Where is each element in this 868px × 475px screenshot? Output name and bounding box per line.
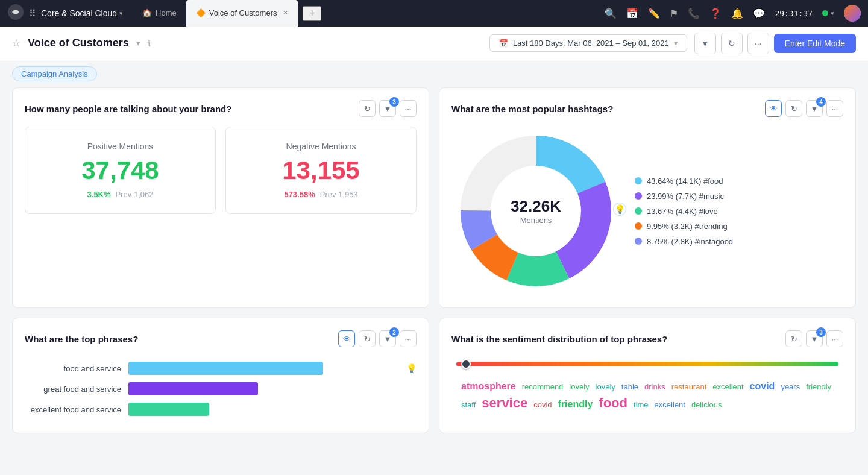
headerbar: ☆ Voice of Customers ▾ ℹ 📅 Last 180 Days… [0, 27, 868, 60]
home-tab-icon: 🏠 [142, 8, 152, 17]
legend-item: 13.67% (4.4K) #love [635, 207, 733, 216]
negative-pct: 573.58% [284, 190, 315, 199]
user-avatar[interactable] [844, 5, 861, 22]
hashtags-card-header: What are the most popular hashtags? 👁 ↻ … [451, 100, 843, 117]
edit-mode-button[interactable]: Enter Edit Mode [774, 34, 856, 53]
word-cloud-item[interactable]: friendly [558, 399, 593, 410]
hashtags-refresh-btn[interactable]: ↻ [785, 100, 802, 117]
topnav-clock: 29:31:37 [775, 9, 813, 18]
add-tab-button[interactable]: + [303, 6, 321, 21]
hashtags-widget: What are the most popular hashtags? 👁 ↻ … [439, 87, 856, 308]
topnav-grid-icon: ⠿ [29, 8, 36, 19]
mentions-filter-btn[interactable]: ▼ 3 [379, 100, 396, 117]
word-cloud-item[interactable]: food [599, 395, 627, 411]
word-cloud-item[interactable]: time [634, 400, 649, 409]
phrases-filter-badge: 2 [389, 327, 399, 337]
search-icon[interactable]: 🔍 [605, 8, 617, 19]
sentiment-filter-badge: 3 [816, 327, 826, 337]
word-cloud-item[interactable]: delicious [691, 400, 722, 409]
daterange-chevron-icon: ▾ [674, 39, 678, 48]
hashtags-eye-btn[interactable]: 👁 [765, 100, 782, 117]
phrase-label: food and service [25, 364, 121, 373]
refresh-button[interactable]: ↻ [721, 33, 743, 54]
legend-item: 23.99% (7.7K) #music [635, 192, 733, 201]
word-cloud-item[interactable]: drinks [644, 382, 665, 391]
info-icon[interactable]: ℹ [148, 39, 151, 48]
donut-value: 32.26K [511, 197, 561, 216]
word-cloud-item[interactable]: atmosphere [461, 381, 516, 392]
topnav-app-name[interactable]: Core & Social Cloud ▾ [41, 8, 123, 18]
word-cloud-item[interactable]: lovely [596, 382, 615, 391]
positive-value: 37,748 [81, 156, 159, 185]
more-button[interactable]: ··· [747, 33, 769, 54]
filter-button[interactable]: ▼ [694, 33, 716, 54]
donut-info-icon[interactable]: 💡 [613, 203, 626, 216]
phrases-refresh-btn[interactable]: ↻ [359, 330, 376, 347]
row-2: What are the top phrases? 👁 ↻ ▼ 2 ··· fo… [12, 318, 856, 433]
word-cloud-item[interactable]: friendly [806, 382, 831, 391]
legend-dot [635, 238, 642, 245]
voc-tab-close[interactable]: ✕ [283, 9, 288, 17]
sentiment-actions: ↻ ▼ 3 ··· [785, 330, 843, 347]
word-cloud-item[interactable]: staff [461, 400, 476, 409]
calendar-icon[interactable]: 📅 [626, 8, 638, 19]
phone-icon[interactable]: 📞 [688, 8, 700, 19]
word-cloud-item[interactable]: excellent [712, 382, 743, 391]
word-cloud-item[interactable]: lovely [569, 382, 589, 391]
star-icon[interactable]: ☆ [12, 37, 20, 49]
sentiment-slider-row [456, 362, 838, 366]
sentiment-refresh-btn[interactable]: ↻ [785, 330, 802, 347]
sentiment-card-header: What is the sentiment distribution of to… [451, 330, 843, 347]
header-actions: ▼ ↻ ··· Enter Edit Mode [694, 33, 856, 54]
phrase-bar [128, 382, 258, 395]
sentiment-filter-btn[interactable]: ▼ 3 [806, 330, 823, 347]
positive-mentions-card: Positive Mentions 37,748 3.5K% Prev 1,06… [25, 127, 216, 214]
phrases-eye-btn[interactable]: 👁 [338, 330, 355, 347]
mentions-refresh-btn[interactable]: ↻ [359, 100, 376, 117]
mentions-title: How many people are talking about your b… [25, 104, 354, 114]
bell-icon[interactable]: 🔔 [731, 8, 743, 19]
donut-center: 32.26K Mentions [511, 197, 561, 225]
negative-value: 13,155 [282, 156, 359, 185]
daterange-selector[interactable]: 📅 Last 180 Days: Mar 06, 2021 – Sep 01, … [489, 34, 687, 52]
flag-icon[interactable]: ⚑ [670, 8, 678, 19]
phrase-row: great food and service [25, 382, 417, 395]
hashtags-title: What are the most popular hashtags? [451, 104, 760, 114]
edit-icon[interactable]: ✏️ [648, 8, 660, 19]
chat-icon[interactable]: 💬 [753, 8, 765, 19]
tab-home[interactable]: 🏠 Home [133, 0, 186, 27]
sentiment-more-btn[interactable]: ··· [826, 330, 843, 347]
hashtags-filter-badge: 4 [816, 97, 826, 107]
hashtags-filter-btn[interactable]: ▼ 4 [806, 100, 823, 117]
phrases-filter-btn[interactable]: ▼ 2 [379, 330, 396, 347]
word-cloud-item[interactable]: table [621, 382, 638, 391]
mentions-actions: ↻ ▼ 3 ··· [359, 100, 417, 117]
legend-dot [635, 192, 642, 200]
word-cloud-item[interactable]: recommend [522, 382, 564, 391]
word-cloud-item[interactable]: restaurant [671, 382, 707, 391]
word-cloud-item[interactable]: excellent [655, 400, 685, 409]
negative-prev: Prev 1,953 [320, 190, 358, 199]
page-title: Voice of Customers [28, 37, 129, 49]
topnav-tabs: 🏠 Home 🔶 Voice of Customers ✕ [133, 0, 298, 27]
word-cloud-item[interactable]: service [482, 395, 527, 411]
mentions-data: Positive Mentions 37,748 3.5K% Prev 1,06… [25, 127, 417, 214]
sentiment-slider[interactable] [456, 362, 838, 366]
phrase-row: food and service 💡 [25, 362, 417, 375]
word-cloud-item[interactable]: covid [750, 381, 775, 392]
title-chevron-icon[interactable]: ▾ [136, 39, 140, 48]
tab-voc[interactable]: 🔶 Voice of Customers ✕ [186, 0, 298, 27]
hashtags-more-btn[interactable]: ··· [826, 100, 843, 117]
legend-item: 43.64% (14.1K) #food [635, 177, 733, 186]
topnav-status: ▾ [822, 10, 834, 17]
phrase-row: excellent food and service [25, 403, 417, 416]
word-cloud-item[interactable]: covid [533, 400, 552, 409]
legend-dot [635, 177, 642, 184]
phrases-more-btn[interactable]: ··· [400, 330, 417, 347]
hashtags-actions: 👁 ↻ ▼ 4 ··· [765, 100, 843, 117]
phrase-bar-container [128, 382, 417, 395]
mentions-more-btn[interactable]: ··· [400, 100, 417, 117]
word-cloud-item[interactable]: years [781, 382, 800, 391]
campaign-analysis-tag[interactable]: Campaign Analysis [12, 66, 97, 81]
help-icon[interactable]: ❓ [709, 8, 722, 19]
